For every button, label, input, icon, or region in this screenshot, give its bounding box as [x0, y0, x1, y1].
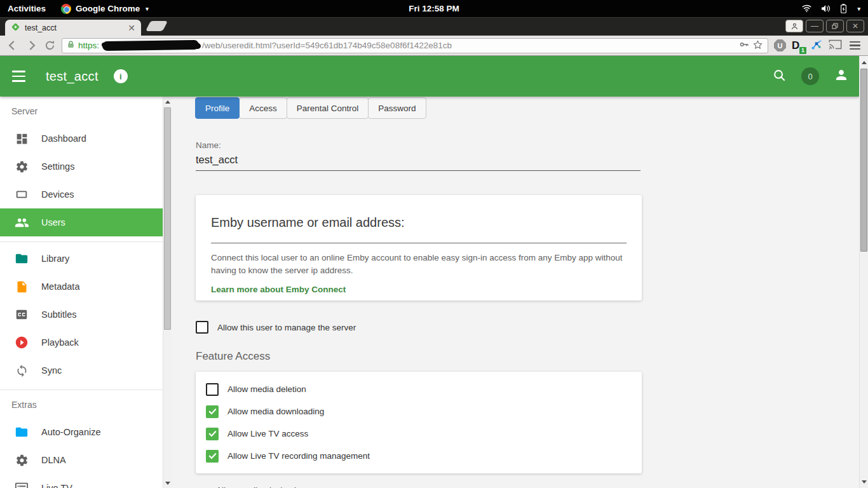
dvr-icon	[14, 480, 29, 488]
emby-favicon	[11, 22, 20, 34]
gear-icon	[14, 159, 29, 174]
page-scrollbar[interactable]	[859, 56, 868, 488]
info-icon[interactable]: i	[114, 69, 128, 83]
back-button[interactable]	[6, 39, 19, 52]
download-extension-icon[interactable]: D1	[792, 39, 804, 52]
url-scheme: https:	[78, 41, 99, 50]
sidebar-item-subtitles[interactable]: Subtitles	[0, 301, 163, 329]
name-input[interactable]	[196, 150, 641, 171]
main-content: Profile Access Parental Control Password…	[172, 97, 859, 488]
user-profile-icon[interactable]	[834, 67, 849, 85]
sidebar-item-label: Settings	[41, 161, 74, 172]
divider	[0, 241, 163, 242]
browser-menu-icon[interactable]	[850, 41, 860, 50]
scroll-up-arrow[interactable]	[860, 57, 868, 67]
tab-close-icon[interactable]: ✕	[128, 24, 135, 32]
scrollbar-thumb[interactable]	[164, 107, 171, 330]
play-circle-icon	[14, 335, 29, 350]
manage-server-row[interactable]: Allow this user to manage the server	[196, 321, 859, 334]
feature-label: Allow media downloading	[227, 407, 324, 416]
minimize-button[interactable]: —	[806, 20, 824, 32]
sidebar-item-library[interactable]: Library	[0, 245, 163, 273]
scroll-down-arrow[interactable]	[163, 478, 172, 488]
status-tray[interactable]: ▾	[801, 0, 860, 17]
sidebar-scrollbar[interactable]	[163, 97, 172, 488]
secure-lock-icon[interactable]	[67, 40, 75, 51]
sidebar-item-label: Users	[41, 217, 65, 227]
sidebar-item-auto-organize[interactable]: Auto-Organize	[0, 418, 163, 446]
sidebar-item-dlna[interactable]: DLNA	[0, 446, 163, 474]
sidebar-item-label: Subtitles	[41, 309, 77, 320]
battery-icon	[839, 3, 848, 14]
wifi-icon	[801, 4, 812, 13]
key-icon[interactable]	[739, 39, 749, 51]
browser-tab[interactable]: test_acct ✕	[5, 20, 141, 36]
closed-caption-icon	[14, 307, 29, 322]
sidebar-item-live-tv[interactable]: Live TV	[0, 474, 163, 488]
forward-button[interactable]	[25, 39, 38, 52]
close-button[interactable]: ✕	[846, 20, 864, 32]
gear-icon	[14, 452, 29, 468]
file-icon	[14, 279, 29, 294]
maximize-button[interactable]	[826, 20, 844, 32]
sidebar-item-users[interactable]: Users	[0, 208, 163, 236]
volume-icon	[820, 4, 831, 13]
url-path: /web/useredit.html?userId=549c61db174b49…	[202, 41, 736, 50]
ublock-extension-icon[interactable]: U	[774, 39, 786, 51]
screen: Activities Google Chrome ▾ Fri 12:58 PM …	[0, 0, 868, 488]
manage-server-checkbox[interactable]	[196, 321, 208, 334]
media-deletion-checkbox[interactable]	[206, 383, 219, 396]
tab-bar: Profile Access Parental Control Password	[196, 97, 859, 119]
sidebar-item-label: Library	[41, 254, 69, 264]
sidebar-item-label: Live TV	[41, 483, 72, 488]
sidebar-item-dashboard[interactable]: Dashboard	[0, 125, 163, 152]
search-icon[interactable]	[772, 68, 787, 85]
tab-password[interactable]: Password	[368, 97, 426, 119]
scrollbar-thumb[interactable]	[860, 69, 867, 252]
feature-label: Allow media deletion	[227, 384, 306, 394]
page-body: Server Dashboard Settings Devices Users	[0, 97, 859, 488]
people-icon	[14, 215, 29, 230]
tab-access[interactable]: Access	[239, 97, 287, 119]
tab-profile[interactable]: Profile	[195, 97, 240, 119]
sidebar-section-server: Server	[0, 97, 163, 125]
clock[interactable]: Fri 12:58 PM	[0, 4, 868, 13]
tab-parental-control[interactable]: Parental Control	[287, 97, 369, 119]
feature-row-media-downloading[interactable]: Allow media downloading	[206, 400, 632, 423]
chevron-down-icon: ▾	[857, 6, 860, 12]
new-tab-button[interactable]	[146, 21, 168, 31]
scroll-down-arrow[interactable]	[860, 477, 868, 487]
connect-input[interactable]	[211, 236, 627, 243]
connect-field-label: Emby username or email address:	[211, 215, 627, 230]
sidebar-item-label: DLNA	[41, 455, 66, 465]
emby-connect-link[interactable]: Learn more about Emby Connect	[211, 285, 346, 294]
sidebar-item-settings[interactable]: Settings	[0, 152, 163, 180]
folder-icon	[14, 251, 29, 266]
browser-profile-button[interactable]	[785, 20, 803, 32]
sidebar-item-metadata[interactable]: Metadata	[0, 273, 163, 301]
browser-toolbar: https: /web/useredit.html?userId=549c61d…	[0, 36, 868, 56]
feature-label: Allow Live TV access	[227, 429, 308, 438]
media-downloading-checkbox[interactable]	[206, 405, 219, 418]
cast-icon[interactable]	[829, 39, 842, 53]
address-bar[interactable]: https: /web/useredit.html?userId=549c61d…	[62, 38, 768, 53]
sidebar-item-playback[interactable]: Playback	[0, 329, 163, 356]
sidebar-item-devices[interactable]: Devices	[0, 180, 163, 208]
hamburger-menu-icon[interactable]	[10, 68, 28, 85]
window-controls: — ✕	[785, 20, 864, 32]
feature-row-media-deletion[interactable]: Allow media deletion	[206, 378, 632, 400]
live-tv-recording-checkbox[interactable]	[206, 450, 219, 463]
notification-badge[interactable]: 0	[801, 67, 819, 85]
reload-button[interactable]	[44, 39, 56, 51]
feature-row-live-tv-access[interactable]: Allow Live TV access	[206, 423, 632, 445]
sidebar-item-label: Playback	[41, 337, 79, 348]
name-field-label: Name:	[196, 140, 859, 150]
redacted-host-scribble	[102, 40, 199, 51]
feature-row-live-tv-recording[interactable]: Allow Live TV recording management	[206, 445, 632, 467]
scroll-up-arrow[interactable]	[163, 97, 172, 107]
proxy-extension-icon[interactable]	[810, 38, 823, 53]
feature-access-card: Allow media deletion Allow media downloa…	[196, 372, 642, 473]
bookmark-star-icon[interactable]	[752, 39, 763, 52]
live-tv-access-checkbox[interactable]	[206, 428, 219, 440]
sidebar-item-sync[interactable]: Sync	[0, 356, 163, 384]
